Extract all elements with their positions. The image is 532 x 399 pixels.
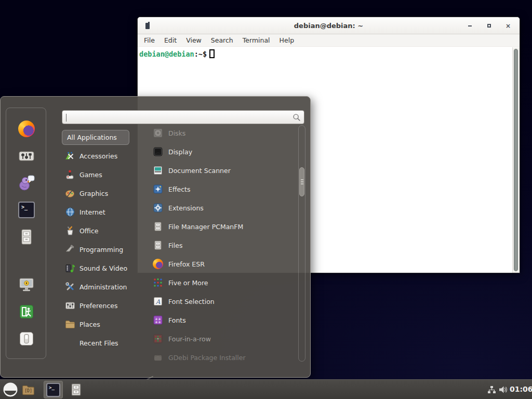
category-office[interactable]: Office [63, 221, 141, 240]
app-item-pcmanfm[interactable]: File Manager PCManFM [153, 217, 299, 236]
svg-text:a a: a a [155, 320, 161, 324]
app-item-four-in-a-row[interactable]: Four-in-a-row [153, 329, 299, 348]
menu-help[interactable]: Help [280, 36, 295, 44]
app-item-gdebi[interactable]: GDebi Package Installer [153, 348, 299, 367]
menu-search[interactable]: Search [211, 36, 233, 44]
maximize-button[interactable] [485, 22, 493, 30]
close-button[interactable]: × [504, 22, 512, 30]
favorite-pidgin-button[interactable] [18, 175, 35, 191]
favorite-shutdown-button[interactable] [18, 330, 35, 347]
category-label: Recent Files [79, 339, 118, 347]
preferences-icon [65, 300, 75, 311]
terminal-icon: >_ [18, 202, 35, 218]
category-label: Administration [79, 283, 127, 291]
app-item-label: Five or More [168, 279, 208, 287]
app-item-label: Firefox ESR [168, 260, 205, 268]
search-box[interactable] [62, 110, 304, 124]
app-item-label: Extensions [168, 204, 204, 212]
fonts-icon: a a a a [153, 315, 163, 325]
app-item-effects[interactable]: Effects [153, 180, 299, 198]
category-programming[interactable]: Programming [63, 240, 141, 259]
minimize-button[interactable] [466, 22, 474, 30]
internet-icon [65, 207, 75, 217]
taskbar-clock[interactable]: 01:06 [510, 385, 532, 393]
shutdown-icon [18, 330, 35, 347]
file-manager-icon [18, 229, 35, 245]
display-icon [153, 147, 163, 157]
games-icon [65, 169, 75, 180]
programming-icon [65, 244, 75, 255]
category-graphics[interactable]: Graphics [63, 184, 141, 203]
favorite-control-center-button[interactable] [18, 148, 35, 164]
taskbar-terminal-button[interactable]: >_ [44, 381, 63, 398]
taskbar-files-button[interactable] [69, 382, 83, 399]
category-label: Office [79, 227, 99, 235]
search-icon [292, 113, 301, 122]
places-icon [65, 319, 75, 329]
office-icon [65, 225, 75, 236]
category-all-applications[interactable]: All Applications [62, 130, 129, 145]
app-item-display[interactable]: Display [153, 142, 299, 161]
terminal-titlebar[interactable]: debian@debian: ~ × [138, 17, 520, 34]
search-input[interactable] [65, 112, 289, 123]
four-in-a-row-icon [153, 334, 163, 344]
category-sound-video[interactable]: Sound & Video [63, 259, 141, 277]
five-or-more-icon [153, 277, 163, 288]
category-administration[interactable]: Administration [63, 277, 141, 296]
effects-icon [153, 184, 163, 194]
app-item-files[interactable]: Files [153, 236, 299, 255]
category-places[interactable]: Places [63, 315, 141, 334]
app-item-label: Display [168, 148, 192, 156]
desktop-folder-button[interactable]: [D] [21, 383, 35, 398]
app-item-document-scanner[interactable]: Document Scanner [153, 161, 299, 180]
app-item-fonts[interactable]: a a a a Fonts [153, 311, 299, 329]
scrollbar-grip [301, 181, 303, 182]
terminal-scrollbar[interactable] [512, 47, 520, 273]
menu-view[interactable]: View [186, 36, 202, 44]
scrollbar-grip [301, 183, 303, 184]
terminal-cursor [209, 49, 215, 58]
applications-scrollbar[interactable] [298, 125, 305, 362]
favorite-file-manager-button[interactable] [18, 229, 35, 245]
app-item-font-selection[interactable]: A Font Selection [153, 292, 299, 311]
favorite-firefox-button[interactable] [18, 121, 35, 137]
graphics-icon [65, 188, 75, 198]
menu-terminal[interactable]: Terminal [243, 36, 270, 44]
terminal-menubar: File Edit View Search Terminal Help [138, 34, 520, 47]
app-item-five-or-more[interactable]: Five or More [153, 273, 299, 292]
menu-edit[interactable]: Edit [164, 36, 177, 44]
app-item-label: Font Selection [168, 298, 215, 305]
firefox-icon [18, 121, 35, 137]
favorite-lock-screen-button[interactable] [18, 276, 35, 293]
desktop[interactable]: debian@debian: ~ × File Edit View Search… [0, 0, 532, 399]
network-icon [487, 385, 496, 394]
network-tray-icon-button[interactable] [487, 385, 496, 396]
category-games[interactable]: Games [63, 165, 141, 184]
favorite-logout-button[interactable] [18, 303, 35, 320]
applications-scrollbar-thumb[interactable] [299, 167, 304, 196]
desktop-folder-icon: [D] [21, 383, 35, 396]
gdebi-icon [153, 352, 163, 363]
prompt-user-host: debian@debian [139, 50, 194, 58]
categories-list: Accessories Games Graphics [63, 147, 141, 352]
app-item-label: Document Scanner [168, 167, 231, 175]
category-label: Places [79, 321, 100, 328]
app-item-firefox-esr[interactable]: Firefox ESR [153, 255, 299, 273]
favorite-terminal-button[interactable]: >_ [18, 202, 35, 218]
app-item-label: Files [168, 242, 182, 249]
app-item-label: File Manager PCManFM [168, 223, 243, 231]
terminal-title: debian@debian: ~ [138, 17, 520, 34]
category-recent-files[interactable]: Recent Files [63, 334, 141, 352]
menu-file[interactable]: File [144, 36, 155, 44]
category-accessories[interactable]: Accessories [63, 147, 141, 165]
category-internet[interactable]: Internet [63, 203, 141, 221]
app-item-label: Effects [168, 185, 191, 193]
terminal-scrollbar-thumb[interactable] [514, 49, 518, 271]
menu-button[interactable] [3, 382, 18, 399]
app-item-extensions[interactable]: Extensions [153, 198, 299, 217]
volume-tray-icon-button[interactable] [498, 385, 508, 396]
category-preferences[interactable]: Preferences [63, 296, 141, 315]
app-item-disks[interactable]: Disks [153, 124, 299, 142]
minimize-icon [468, 25, 472, 26]
sound-video-icon [65, 263, 75, 273]
